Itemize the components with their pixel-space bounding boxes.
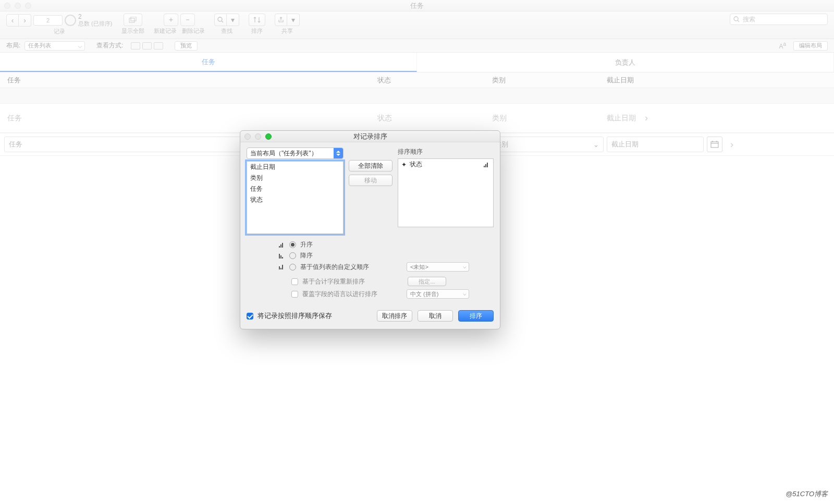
- move-button[interactable]: 移动: [349, 175, 393, 186]
- dialog-min-dot[interactable]: [255, 133, 261, 140]
- watermark: @51CTO博客: [786, 489, 828, 499]
- clear-all-button[interactable]: 全部清除: [349, 160, 393, 171]
- handle-icon: ✦: [401, 161, 407, 168]
- dialog-traffic: [244, 133, 272, 140]
- fields-listbox[interactable]: 截止日期 类别 任务 状态: [247, 161, 344, 234]
- dialog-close-dot[interactable]: [244, 133, 251, 140]
- save-sorted-checkbox[interactable]: [247, 313, 253, 319]
- sort-options: 基于合计字段重新排序 指定... 覆盖字段的语言以进行排序 中文 (拼音): [291, 277, 494, 299]
- override-lang-label: 覆盖字段的语言以进行排序: [302, 290, 377, 299]
- reorder-label: 基于合计字段重新排序: [302, 277, 365, 286]
- dialog-titlebar: 对记录排序: [240, 131, 500, 142]
- cancel-button[interactable]: 取消: [418, 310, 453, 322]
- language-value: 中文 (拼音): [410, 290, 438, 298]
- save-sorted-label: 将记录按照排序顺序保存: [257, 311, 332, 321]
- desc-radio[interactable]: [289, 252, 296, 259]
- sort-direction-radios: 升序 降序 基于值列表的自定义顺序 <未知>: [279, 240, 494, 272]
- sort-order-label: 排序顺序: [398, 147, 494, 156]
- value-list-select[interactable]: <未知>: [407, 262, 469, 272]
- custom-radio[interactable]: [289, 264, 296, 271]
- reorder-checkbox[interactable]: [291, 278, 298, 285]
- custom-bars-icon: [279, 264, 285, 269]
- dialog-footer: 将记录按照排序顺序保存 取消排序 取消 排序: [247, 310, 494, 322]
- field-item[interactable]: 任务: [247, 183, 343, 194]
- custom-label: 基于值列表的自定义顺序: [300, 263, 369, 272]
- sort-order-listbox[interactable]: ✦ 状态: [398, 158, 494, 227]
- sort-item-label: 状态: [410, 160, 422, 169]
- layout-dropdown[interactable]: 当前布局（"任务列表"）: [247, 147, 344, 159]
- field-item[interactable]: 状态: [247, 194, 343, 205]
- asc-label: 升序: [300, 240, 313, 249]
- stepper-icon: [334, 148, 343, 158]
- asc-bars-icon: [279, 242, 285, 248]
- dialog-title: 对记录排序: [353, 132, 387, 141]
- sort-records-dialog: 对记录排序 当前布局（"任务列表"） 截止日期 类别 任务 状态 全部清除 移动: [240, 130, 500, 329]
- unsort-button[interactable]: 取消排序: [377, 310, 412, 322]
- desc-label: 降序: [300, 251, 313, 260]
- field-item[interactable]: 截止日期: [247, 162, 343, 173]
- asc-radio[interactable]: [289, 241, 296, 248]
- dialog-zoom-dot[interactable]: [265, 133, 272, 140]
- desc-bars-icon: [279, 253, 285, 259]
- value-list-value: <未知>: [410, 263, 428, 271]
- specify-button[interactable]: 指定...: [408, 277, 446, 286]
- override-lang-checkbox[interactable]: [291, 291, 298, 298]
- layout-dropdown-value: 当前布局（"任务列表"）: [250, 149, 317, 158]
- sort-item[interactable]: ✦ 状态: [398, 159, 493, 170]
- language-select[interactable]: 中文 (拼音): [407, 289, 469, 299]
- field-item[interactable]: 类别: [247, 173, 343, 183]
- ascending-bars-icon: [484, 162, 490, 167]
- sort-confirm-button[interactable]: 排序: [458, 310, 494, 322]
